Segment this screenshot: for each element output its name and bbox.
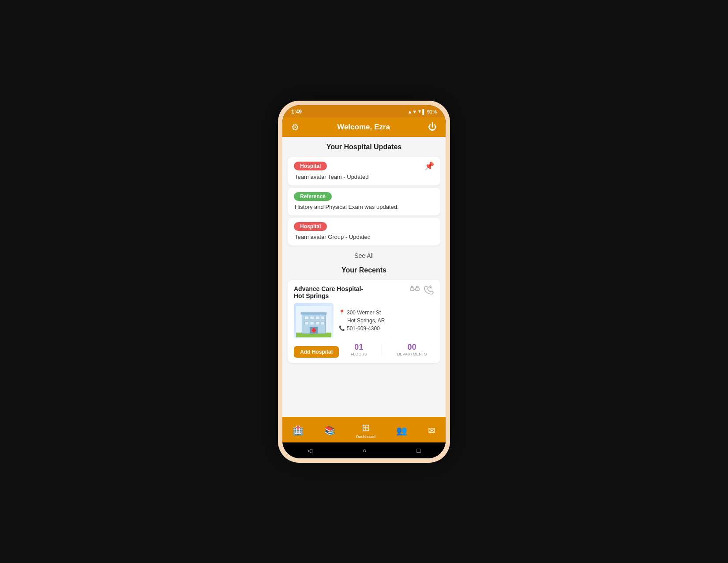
location-icon: 📍 — [339, 310, 345, 315]
svg-rect-16 — [315, 321, 319, 325]
svg-rect-13 — [321, 316, 324, 319]
nav-item-hospital[interactable]: 🏥 — [293, 425, 304, 436]
update-card-3-header: Hospital — [294, 222, 434, 231]
update-text-2: History and Physical Exam was updated. — [294, 204, 434, 210]
nav-item-library[interactable]: 📚 — [324, 425, 335, 436]
recents-title: Your Recents — [282, 264, 446, 278]
hospital-address: 300 Werner St — [347, 310, 381, 316]
nav-item-messages[interactable]: ✉ — [428, 425, 435, 436]
main-content: Your Hospital Updates Hospital 📌 Team av… — [282, 137, 446, 417]
recent-button[interactable]: □ — [417, 447, 420, 454]
android-nav: ◁ ○ □ — [282, 442, 446, 458]
update-card-2[interactable]: Reference History and Physical Exam was … — [288, 188, 440, 215]
hospital-image — [294, 303, 334, 338]
messages-nav-icon: ✉ — [428, 425, 435, 436]
hospital-city: Hot Springs, AR — [347, 317, 385, 324]
settings-button[interactable]: ⚙ — [291, 122, 299, 132]
hospital-phone: 501-609-4300 — [347, 325, 380, 332]
svg-rect-14 — [305, 321, 309, 325]
see-all-button[interactable]: See All — [282, 248, 446, 264]
phone-icon: 📞 — [339, 325, 345, 331]
updates-section: Your Hospital Updates Hospital 📌 Team av… — [282, 137, 446, 264]
dashboard-nav-icon: ⊞ — [362, 422, 370, 434]
updates-title: Your Hospital Updates — [282, 137, 446, 155]
recent-card-actions — [409, 285, 434, 297]
svg-rect-9 — [301, 312, 327, 314]
battery-icon: 91% — [427, 109, 437, 114]
library-nav-icon: 📚 — [324, 425, 335, 436]
recent-hospital-card[interactable]: Advance Care Hospital-Hot Springs — [288, 280, 440, 363]
update-card-2-header: Reference — [294, 192, 434, 201]
svg-rect-0 — [410, 288, 414, 291]
stat-divider — [382, 343, 382, 356]
bottom-nav: 🏥 📚 ⊞ Dashboard 👥 ✉ — [282, 417, 446, 442]
status-time: 1:49 — [291, 109, 302, 115]
hospital-badge-1: Hospital — [294, 162, 327, 170]
departments-stat: 00 DEPARTMENTS — [397, 343, 427, 356]
dashboard-nav-label: Dashboard — [356, 435, 375, 439]
svg-rect-11 — [310, 316, 314, 319]
top-nav: ⚙ Welcome, Ezra ⏻ — [282, 117, 446, 137]
signal-bars: ▌ — [422, 109, 426, 114]
status-bar: 1:49 ▲▼ ▾ ▌ 91% — [282, 105, 446, 117]
svg-rect-22 — [311, 329, 316, 331]
hospital-name: Advance Care Hospital-Hot Springs — [294, 285, 373, 299]
recents-section: Your Recents Advance Care Hospital-Hot S… — [282, 264, 446, 365]
recent-card-body: 📍 300 Werner St Hot Springs, AR 📞 501-60… — [294, 303, 434, 338]
floors-stat: 01 FLOORS — [351, 343, 367, 356]
hospital-details: 📍 300 Werner St Hot Springs, AR 📞 501-60… — [339, 303, 385, 338]
svg-rect-15 — [310, 321, 314, 325]
svg-point-3 — [417, 286, 418, 288]
power-button[interactable]: ⏻ — [428, 122, 437, 132]
wifi-icon: ▾ — [418, 109, 421, 114]
home-button[interactable]: ○ — [363, 447, 366, 454]
team-nav-icon: 👥 — [396, 425, 407, 436]
add-hospital-button[interactable]: Add Hospital — [294, 346, 339, 358]
nav-item-dashboard[interactable]: ⊞ Dashboard — [356, 422, 375, 439]
phone-frame: 1:49 ▲▼ ▾ ▌ 91% ⚙ Welcome, Ezra ⏻ Your H… — [278, 101, 450, 463]
city-row: Hot Springs, AR — [339, 317, 385, 324]
pin-icon: 📌 — [424, 161, 434, 171]
contact-icon[interactable] — [424, 285, 434, 297]
update-card-1[interactable]: Hospital 📌 Team avatar Team - Updated — [288, 157, 440, 185]
hospital-nav-icon: 🏥 — [293, 425, 304, 436]
update-text-3: Team avatar Group - Updated — [294, 234, 434, 240]
nav-item-team[interactable]: 👥 — [396, 425, 407, 436]
svg-rect-10 — [305, 316, 309, 319]
update-text-1: Team avatar Team - Updated — [294, 174, 434, 180]
phone-screen: 1:49 ▲▼ ▾ ▌ 91% ⚙ Welcome, Ezra ⏻ Your H… — [282, 105, 446, 458]
reference-badge: Reference — [294, 192, 332, 201]
status-icons: ▲▼ ▾ ▌ 91% — [407, 109, 437, 114]
address-row: 📍 300 Werner St — [339, 310, 385, 316]
hospital-badge-2: Hospital — [294, 222, 327, 231]
update-card-3[interactable]: Hospital Team avatar Group - Updated — [288, 218, 440, 246]
team-icon[interactable] — [409, 285, 420, 297]
svg-point-2 — [411, 286, 413, 288]
svg-rect-17 — [321, 321, 324, 325]
phone-row: 📞 501-609-4300 — [339, 325, 385, 332]
svg-rect-1 — [416, 288, 419, 291]
recent-card-top: Advance Care Hospital-Hot Springs — [294, 285, 434, 299]
back-button[interactable]: ◁ — [308, 447, 312, 454]
svg-rect-12 — [315, 316, 319, 319]
welcome-title: Welcome, Ezra — [337, 123, 390, 132]
signal-icon: ▲▼ — [407, 109, 417, 114]
update-card-1-header: Hospital 📌 — [294, 161, 434, 171]
